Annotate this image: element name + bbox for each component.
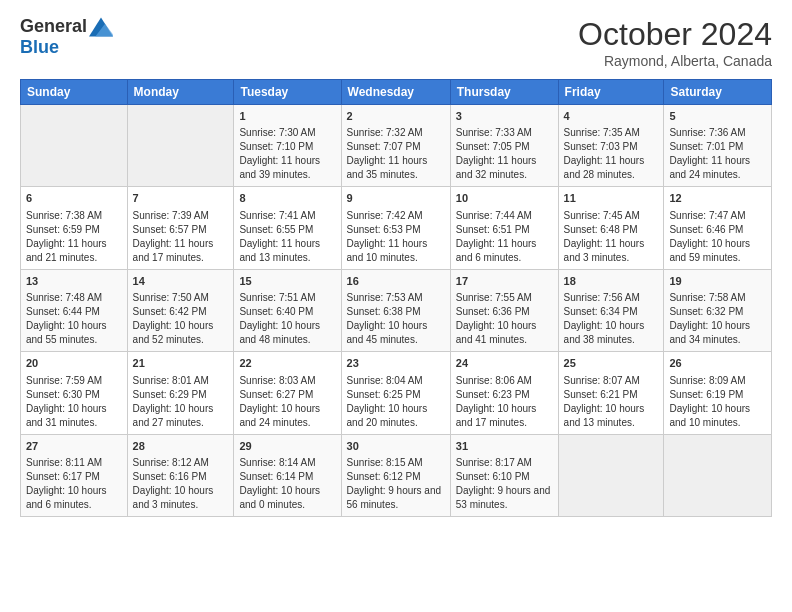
sunrise-text: Sunrise: 8:17 AM <box>456 456 553 470</box>
calendar-cell: 19Sunrise: 7:58 AMSunset: 6:32 PMDayligh… <box>664 269 772 351</box>
day-number: 27 <box>26 439 122 454</box>
calendar-cell: 16Sunrise: 7:53 AMSunset: 6:38 PMDayligh… <box>341 269 450 351</box>
sunrise-text: Sunrise: 8:14 AM <box>239 456 335 470</box>
sunset-text: Sunset: 6:59 PM <box>26 223 122 237</box>
sunrise-text: Sunrise: 8:03 AM <box>239 374 335 388</box>
calendar-cell: 30Sunrise: 8:15 AMSunset: 6:12 PMDayligh… <box>341 434 450 516</box>
sunrise-text: Sunrise: 7:42 AM <box>347 209 445 223</box>
sunrise-text: Sunrise: 7:32 AM <box>347 126 445 140</box>
sunset-text: Sunset: 6:51 PM <box>456 223 553 237</box>
daylight-text: Daylight: 10 hours and 52 minutes. <box>133 319 229 347</box>
daylight-text: Daylight: 11 hours and 6 minutes. <box>456 237 553 265</box>
calendar-cell: 27Sunrise: 8:11 AMSunset: 6:17 PMDayligh… <box>21 434 128 516</box>
sunrise-text: Sunrise: 8:09 AM <box>669 374 766 388</box>
sunset-text: Sunset: 7:07 PM <box>347 140 445 154</box>
sunset-text: Sunset: 6:57 PM <box>133 223 229 237</box>
sunset-text: Sunset: 6:25 PM <box>347 388 445 402</box>
calendar-cell: 18Sunrise: 7:56 AMSunset: 6:34 PMDayligh… <box>558 269 664 351</box>
logo-blue-text: Blue <box>20 37 59 57</box>
sunrise-text: Sunrise: 8:15 AM <box>347 456 445 470</box>
sunrise-text: Sunrise: 7:39 AM <box>133 209 229 223</box>
sunrise-text: Sunrise: 8:06 AM <box>456 374 553 388</box>
day-number: 1 <box>239 109 335 124</box>
daylight-text: Daylight: 11 hours and 32 minutes. <box>456 154 553 182</box>
sunset-text: Sunset: 6:12 PM <box>347 470 445 484</box>
calendar-cell: 9Sunrise: 7:42 AMSunset: 6:53 PMDaylight… <box>341 187 450 269</box>
calendar-cell: 26Sunrise: 8:09 AMSunset: 6:19 PMDayligh… <box>664 352 772 434</box>
calendar-cell <box>21 105 128 187</box>
calendar-cell: 31Sunrise: 8:17 AMSunset: 6:10 PMDayligh… <box>450 434 558 516</box>
sunrise-text: Sunrise: 7:33 AM <box>456 126 553 140</box>
sunset-text: Sunset: 6:55 PM <box>239 223 335 237</box>
day-number: 6 <box>26 191 122 206</box>
sunset-text: Sunset: 6:27 PM <box>239 388 335 402</box>
day-number: 12 <box>669 191 766 206</box>
sunrise-text: Sunrise: 7:51 AM <box>239 291 335 305</box>
daylight-text: Daylight: 9 hours and 56 minutes. <box>347 484 445 512</box>
sunset-text: Sunset: 6:16 PM <box>133 470 229 484</box>
day-number: 28 <box>133 439 229 454</box>
day-number: 22 <box>239 356 335 371</box>
sunset-text: Sunset: 6:53 PM <box>347 223 445 237</box>
calendar-cell: 3Sunrise: 7:33 AMSunset: 7:05 PMDaylight… <box>450 105 558 187</box>
sunset-text: Sunset: 6:29 PM <box>133 388 229 402</box>
daylight-text: Daylight: 11 hours and 35 minutes. <box>347 154 445 182</box>
title-section: October 2024 Raymond, Alberta, Canada <box>578 16 772 69</box>
daylight-text: Daylight: 10 hours and 20 minutes. <box>347 402 445 430</box>
sunset-text: Sunset: 7:01 PM <box>669 140 766 154</box>
sunrise-text: Sunrise: 8:07 AM <box>564 374 659 388</box>
calendar-cell: 20Sunrise: 7:59 AMSunset: 6:30 PMDayligh… <box>21 352 128 434</box>
calendar-week-5: 27Sunrise: 8:11 AMSunset: 6:17 PMDayligh… <box>21 434 772 516</box>
sunset-text: Sunset: 6:40 PM <box>239 305 335 319</box>
sunset-text: Sunset: 6:14 PM <box>239 470 335 484</box>
day-number: 9 <box>347 191 445 206</box>
sunset-text: Sunset: 7:03 PM <box>564 140 659 154</box>
header-thursday: Thursday <box>450 80 558 105</box>
sunset-text: Sunset: 7:10 PM <box>239 140 335 154</box>
day-number: 7 <box>133 191 229 206</box>
location: Raymond, Alberta, Canada <box>578 53 772 69</box>
sunset-text: Sunset: 6:17 PM <box>26 470 122 484</box>
logo: General Blue <box>20 16 113 58</box>
calendar-cell: 21Sunrise: 8:01 AMSunset: 6:29 PMDayligh… <box>127 352 234 434</box>
sunset-text: Sunset: 6:48 PM <box>564 223 659 237</box>
daylight-text: Daylight: 10 hours and 24 minutes. <box>239 402 335 430</box>
daylight-text: Daylight: 10 hours and 10 minutes. <box>669 402 766 430</box>
weekday-row: Sunday Monday Tuesday Wednesday Thursday… <box>21 80 772 105</box>
daylight-text: Daylight: 10 hours and 55 minutes. <box>26 319 122 347</box>
daylight-text: Daylight: 10 hours and 27 minutes. <box>133 402 229 430</box>
day-number: 10 <box>456 191 553 206</box>
sunset-text: Sunset: 6:10 PM <box>456 470 553 484</box>
day-number: 31 <box>456 439 553 454</box>
calendar-cell: 10Sunrise: 7:44 AMSunset: 6:51 PMDayligh… <box>450 187 558 269</box>
sunrise-text: Sunrise: 8:12 AM <box>133 456 229 470</box>
sunrise-text: Sunrise: 7:50 AM <box>133 291 229 305</box>
daylight-text: Daylight: 11 hours and 10 minutes. <box>347 237 445 265</box>
calendar-week-2: 6Sunrise: 7:38 AMSunset: 6:59 PMDaylight… <box>21 187 772 269</box>
daylight-text: Daylight: 10 hours and 13 minutes. <box>564 402 659 430</box>
calendar-cell: 23Sunrise: 8:04 AMSunset: 6:25 PMDayligh… <box>341 352 450 434</box>
sunrise-text: Sunrise: 7:38 AM <box>26 209 122 223</box>
daylight-text: Daylight: 10 hours and 38 minutes. <box>564 319 659 347</box>
daylight-text: Daylight: 10 hours and 41 minutes. <box>456 319 553 347</box>
sunset-text: Sunset: 6:21 PM <box>564 388 659 402</box>
calendar-cell: 28Sunrise: 8:12 AMSunset: 6:16 PMDayligh… <box>127 434 234 516</box>
calendar-cell <box>558 434 664 516</box>
sunset-text: Sunset: 6:44 PM <box>26 305 122 319</box>
daylight-text: Daylight: 11 hours and 17 minutes. <box>133 237 229 265</box>
day-number: 30 <box>347 439 445 454</box>
day-number: 15 <box>239 274 335 289</box>
sunset-text: Sunset: 6:46 PM <box>669 223 766 237</box>
calendar-body: 1Sunrise: 7:30 AMSunset: 7:10 PMDaylight… <box>21 105 772 517</box>
logo-icon <box>89 17 113 37</box>
sunrise-text: Sunrise: 7:41 AM <box>239 209 335 223</box>
day-number: 4 <box>564 109 659 124</box>
calendar-cell: 11Sunrise: 7:45 AMSunset: 6:48 PMDayligh… <box>558 187 664 269</box>
header-sunday: Sunday <box>21 80 128 105</box>
daylight-text: Daylight: 10 hours and 3 minutes. <box>133 484 229 512</box>
calendar-week-1: 1Sunrise: 7:30 AMSunset: 7:10 PMDaylight… <box>21 105 772 187</box>
calendar-cell: 6Sunrise: 7:38 AMSunset: 6:59 PMDaylight… <box>21 187 128 269</box>
calendar-cell: 15Sunrise: 7:51 AMSunset: 6:40 PMDayligh… <box>234 269 341 351</box>
daylight-text: Daylight: 10 hours and 31 minutes. <box>26 402 122 430</box>
month-title: October 2024 <box>578 16 772 53</box>
